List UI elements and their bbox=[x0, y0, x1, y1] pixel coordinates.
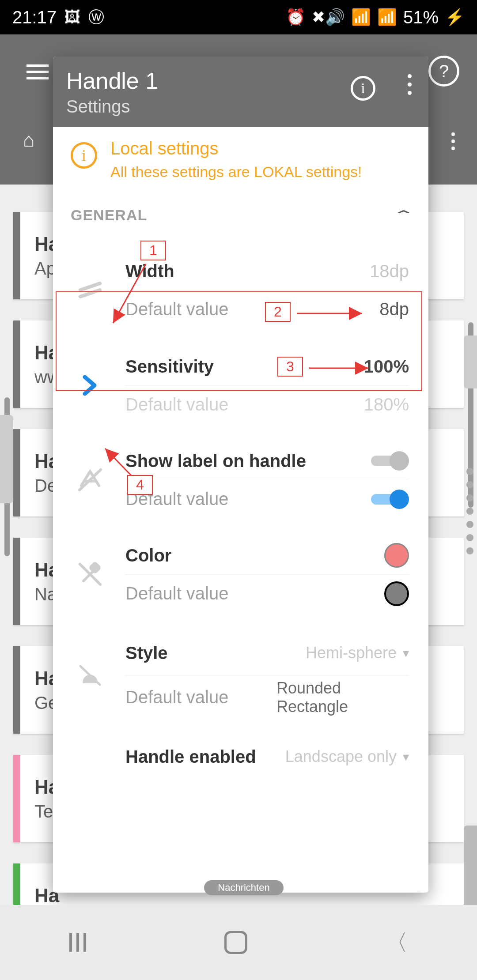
eyedropper-off-icon bbox=[72, 562, 108, 587]
color-swatch-default bbox=[384, 581, 409, 606]
battery-charging-icon: ⚡ bbox=[445, 8, 465, 26]
nav-home-button[interactable] bbox=[224, 931, 247, 954]
setting-block-color[interactable]: Color Default value bbox=[72, 528, 409, 620]
home-tab-icon[interactable]: ⌂ bbox=[23, 129, 35, 151]
background-overflow-icon[interactable] bbox=[451, 132, 455, 150]
annotation-highlight-width bbox=[56, 291, 422, 391]
handle-enabled-label: Handle enabled bbox=[125, 747, 256, 767]
dropdown-caret-icon: ▾ bbox=[403, 646, 409, 660]
help-icon[interactable]: ? bbox=[428, 56, 459, 87]
sensitivity-default-value: 180% bbox=[364, 395, 409, 415]
width-value: 18dp bbox=[370, 261, 409, 281]
overflow-icon[interactable] bbox=[408, 74, 412, 95]
banner-body: All these settings are LOKAL settings! bbox=[110, 162, 362, 181]
handle-enabled-value[interactable]: Landscape only▾ bbox=[285, 747, 409, 766]
banner-heading: Local settings bbox=[110, 139, 362, 158]
style-default-label: Default value bbox=[125, 687, 228, 707]
label-off-icon bbox=[72, 468, 108, 492]
side-dots-icon bbox=[466, 468, 473, 554]
status-bar: 21:17 🖼 ⓦ ⏰ ✖🔊 📶 📶 51% ⚡ bbox=[0, 0, 477, 34]
setting-block-style[interactable]: Style Hemi-sphere▾ Default value Rounded… bbox=[72, 623, 409, 727]
signal-icon: 📶 bbox=[377, 8, 397, 26]
alarm-icon: ⏰ bbox=[286, 8, 306, 26]
w-app-icon: ⓦ bbox=[88, 7, 104, 28]
nav-back-button[interactable]: 〈 bbox=[386, 928, 408, 957]
side-handle-left[interactable] bbox=[0, 415, 13, 503]
show-label-switch[interactable] bbox=[371, 452, 409, 470]
callout-4: 4 bbox=[127, 475, 153, 495]
sensitivity-default-label: Default value bbox=[125, 395, 228, 415]
status-time: 21:17 bbox=[12, 8, 57, 27]
status-battery: 51% bbox=[403, 8, 439, 27]
svg-line-0 bbox=[80, 283, 100, 290]
navigation-bar: 〈 bbox=[0, 905, 477, 980]
color-swatch-value[interactable] bbox=[384, 543, 409, 568]
style-label: Style bbox=[125, 643, 168, 663]
chevron-up-icon: ⌃ bbox=[392, 208, 415, 222]
color-label: Color bbox=[125, 546, 171, 565]
callout-3: 3 bbox=[277, 357, 303, 377]
dropdown-caret-icon: ▾ bbox=[403, 750, 409, 764]
style-value[interactable]: Hemi-sphere▾ bbox=[306, 644, 409, 662]
show-label-label: Show label on handle bbox=[125, 451, 306, 471]
local-settings-banner: i Local settings All these settings are … bbox=[53, 127, 428, 195]
hamburger-icon[interactable] bbox=[26, 61, 49, 83]
color-default-label: Default value bbox=[125, 584, 228, 603]
settings-dialog: Handle 1 Settings i i Local settings All… bbox=[53, 57, 428, 893]
setting-block-handle-enabled[interactable]: Handle enabled Landscape only▾ bbox=[72, 730, 409, 784]
nav-recent-button[interactable] bbox=[69, 933, 86, 952]
vibrate-icon: ✖🔊 bbox=[312, 8, 345, 26]
dialog-subtitle: Settings bbox=[66, 97, 158, 117]
dialog-toolbar: Handle 1 Settings i bbox=[53, 57, 428, 127]
setting-block-show-label[interactable]: Show label on handle Default value bbox=[72, 434, 409, 526]
info-icon[interactable]: i bbox=[351, 76, 375, 101]
picture-icon: 🖼 bbox=[64, 8, 80, 26]
dialog-title: Handle 1 bbox=[66, 68, 158, 94]
show-label-default-switch bbox=[371, 490, 409, 508]
shape-off-icon bbox=[72, 663, 108, 687]
style-default-value: Rounded Rectangle bbox=[276, 679, 409, 716]
callout-2: 2 bbox=[265, 302, 291, 322]
side-handle-right-2[interactable] bbox=[464, 825, 477, 914]
width-label: Width bbox=[125, 261, 174, 281]
info-outline-icon: i bbox=[71, 142, 97, 169]
notification-pill[interactable]: Nachrichten bbox=[204, 880, 284, 895]
wifi-icon: 📶 bbox=[351, 8, 371, 26]
section-label: GENERAL bbox=[71, 207, 147, 224]
section-header-general[interactable]: GENERAL ⌃ bbox=[53, 195, 428, 233]
callout-1: 1 bbox=[140, 241, 166, 260]
side-handle-right[interactable] bbox=[464, 335, 477, 388]
